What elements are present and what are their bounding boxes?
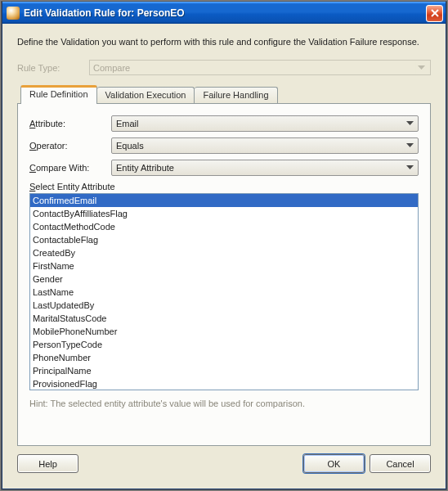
close-button[interactable]	[426, 5, 443, 22]
app-icon	[7, 7, 20, 20]
list-item[interactable]: LastUpdatedBy	[30, 299, 418, 312]
attribute-label: Attribute:	[29, 119, 111, 128]
list-item[interactable]: Gender	[30, 273, 418, 286]
attribute-row: Attribute: Email	[29, 115, 419, 132]
list-item[interactable]: PrincipalName	[30, 364, 418, 377]
attribute-select[interactable]: Email	[111, 115, 419, 132]
tab-failure-handling[interactable]: Failure Handling	[195, 87, 277, 103]
list-item[interactable]: PhoneNumber	[30, 351, 418, 364]
operator-select[interactable]: Equals	[111, 137, 419, 154]
list-item[interactable]: CreatedBy	[30, 246, 418, 259]
dialog-content: Define the Validation you want to perfor…	[2, 24, 446, 483]
ok-button[interactable]: OK	[303, 454, 365, 473]
dialog-description: Define the Validation you want to perfor…	[17, 37, 432, 47]
compare-with-value: Entity Attribute	[116, 163, 174, 173]
cancel-button[interactable]: Cancel	[370, 454, 431, 473]
close-icon	[431, 9, 439, 17]
operator-value: Equals	[116, 141, 144, 151]
operator-label: Operator:	[29, 141, 111, 151]
rule-type-select: Compare	[89, 60, 431, 75]
tab-label: Rule Definition	[29, 89, 88, 99]
rule-type-label: Rule Type:	[17, 63, 89, 73]
dialog-window: Edit Validation Rule for: PersonEO Defin…	[2, 2, 446, 489]
tab-label: Validation Execution	[105, 90, 186, 100]
entity-attribute-listbox[interactable]: ConfirmedEmailContactByAffilliatesFlagCo…	[29, 193, 419, 390]
chevron-down-icon	[404, 118, 416, 130]
list-item[interactable]: ContactableFlag	[30, 233, 418, 246]
button-label: OK	[328, 459, 341, 469]
button-label: Help	[38, 459, 57, 469]
list-item[interactable]: MobilePhoneNumber	[30, 325, 418, 338]
chevron-down-icon	[415, 61, 428, 74]
tab-validation-execution[interactable]: Validation Execution	[97, 87, 195, 103]
list-item[interactable]: ContactMethodCode	[30, 220, 418, 233]
chevron-down-icon	[404, 140, 416, 152]
tab-rule-definition[interactable]: Rule Definition	[20, 85, 97, 104]
list-item[interactable]: FirstName	[30, 259, 418, 273]
compare-with-select[interactable]: Entity Attribute	[111, 160, 419, 176]
compare-with-label: Compare With:	[29, 163, 111, 173]
list-item[interactable]: MaritalStatusCode	[30, 312, 418, 325]
titlebar: Edit Validation Rule for: PersonEO	[2, 2, 446, 24]
rule-type-value: Compare	[93, 63, 130, 73]
attribute-value: Email	[116, 119, 139, 128]
select-entity-label: Select Entity Attribute	[29, 182, 419, 191]
dialog-title: Edit Validation Rule for: PersonEO	[24, 7, 426, 19]
tab-label: Failure Handling	[203, 90, 268, 100]
button-bar: Help OK Cancel	[17, 454, 431, 473]
operator-row: Operator: Equals	[29, 137, 419, 154]
list-item[interactable]: ConfirmedEmail	[30, 194, 418, 207]
chevron-down-icon	[404, 162, 416, 174]
button-label: Cancel	[386, 459, 414, 469]
rule-type-row: Rule Type: Compare	[17, 60, 431, 75]
list-item[interactable]: ContactByAffilliatesFlag	[30, 207, 418, 220]
list-item[interactable]: PersonTypeCode	[30, 338, 418, 351]
help-button[interactable]: Help	[17, 454, 78, 473]
tab-panel-rule-definition: Attribute: Email Operator: Equals	[17, 103, 431, 446]
list-item[interactable]: LastName	[30, 286, 418, 299]
hint-text: Hint: The selected entity attribute's va…	[29, 399, 419, 408]
compare-with-row: Compare With: Entity Attribute	[29, 160, 419, 176]
tab-bar: Rule Definition Validation Execution Fai…	[20, 85, 432, 103]
list-item[interactable]: ProvisionedFlag	[30, 377, 418, 390]
